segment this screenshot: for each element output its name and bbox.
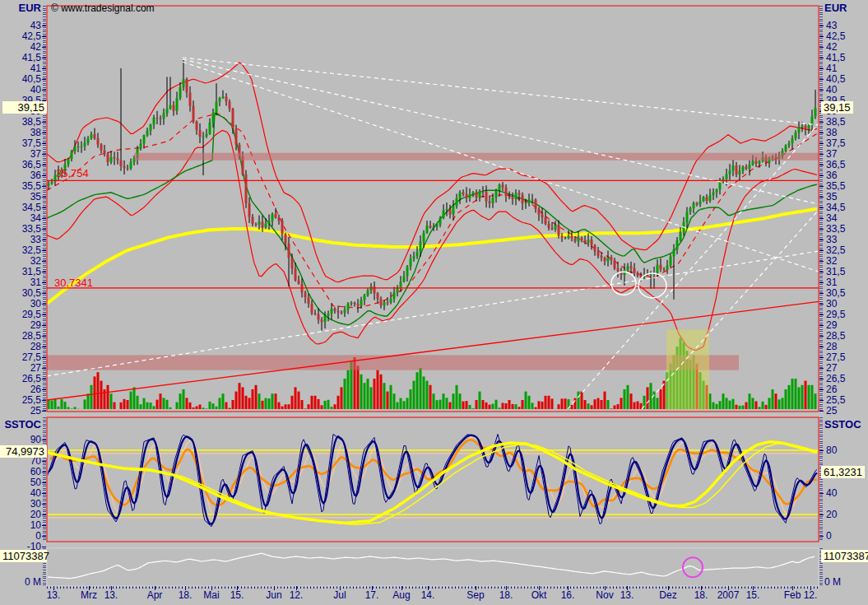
axis-tick-mark — [819, 536, 824, 537]
price-tick-left: 27,5 — [0, 352, 41, 362]
price-tick-right: 37 — [826, 149, 837, 159]
chart-canvas[interactable] — [0, 0, 868, 605]
axis-tick-mark — [42, 536, 46, 537]
price-tick-right: 40 — [826, 85, 837, 95]
axis-tick-mark — [819, 261, 824, 262]
x-axis-label: 14. — [411, 590, 444, 600]
x-axis-label: 18. — [490, 590, 522, 600]
price-tick-left: 35,5 — [0, 181, 41, 191]
axis-tick-mark — [42, 493, 46, 494]
axis-tick-mark — [42, 26, 46, 26]
sstoc-tick-right: 0 — [826, 531, 832, 541]
sstoc-tick-left: 90 — [0, 435, 41, 444]
x-axis-month-tick — [668, 586, 669, 590]
price-tick-right: 42,5 — [826, 31, 845, 41]
price-tick-left: 25 — [0, 406, 41, 416]
axis-tick-mark — [42, 440, 46, 440]
price-tick-left: 30 — [0, 299, 41, 309]
x-axis-month-tick — [627, 586, 628, 590]
x-axis-label: 12. — [794, 590, 827, 600]
x-axis-month-tick — [111, 586, 112, 590]
x-axis-month-tick — [155, 586, 155, 590]
price-tick-left: 34 — [0, 213, 41, 223]
price-tick-right: 32,5 — [826, 245, 845, 255]
axis-tick-mark — [42, 175, 46, 176]
price-axis-title-right: EUR — [824, 2, 847, 14]
price-tick-left: 37 — [0, 149, 41, 159]
x-axis-month-tick — [53, 586, 54, 590]
axis-tick-mark — [819, 79, 824, 80]
axis-tick-mark — [42, 368, 46, 369]
axis-tick-mark — [42, 154, 46, 155]
axis-tick-mark — [819, 186, 824, 187]
axis-tick-mark — [819, 47, 824, 48]
price-tick-right: 25 — [826, 406, 837, 416]
price-tick-right: 36 — [826, 170, 837, 180]
x-axis-label: 16. — [551, 590, 584, 600]
volume-value-label-right: 11073387 — [821, 550, 868, 562]
price-tick-right: 27 — [826, 363, 837, 373]
axis-tick-mark — [819, 379, 824, 379]
axis-tick-mark — [819, 400, 824, 401]
price-tick-right: 30 — [826, 299, 837, 309]
axis-tick-mark — [42, 472, 46, 472]
x-axis-label: 17. — [355, 590, 388, 600]
axis-tick-mark — [819, 314, 824, 315]
axis-tick-mark — [819, 368, 824, 369]
sstoc-axis-title-right: SSTOC — [824, 418, 861, 430]
tradesignal-chart-window: 434342,542,5424241,541,5414140,540,54040… — [0, 0, 868, 605]
price-tick-right: 26 — [826, 384, 837, 394]
price-tick-left: 36,5 — [0, 160, 41, 170]
price-tick-left: 33 — [0, 235, 41, 244]
axis-tick-mark — [42, 197, 46, 198]
axis-tick-mark — [42, 165, 46, 165]
axis-tick-mark — [42, 133, 46, 133]
axis-tick-mark — [819, 26, 824, 26]
axis-tick-mark — [819, 325, 824, 326]
price-tick-left: 29,5 — [0, 309, 41, 319]
sstoc-tick-left: 30 — [0, 499, 41, 509]
axis-tick-mark — [819, 304, 824, 305]
axis-tick-mark — [819, 240, 824, 240]
price-tick-left: 40 — [0, 85, 41, 95]
volume-zero-label-left: 0 M — [0, 576, 41, 588]
axis-tick-mark — [42, 411, 46, 412]
price-tick-right: 32 — [826, 256, 837, 266]
sstoc-tick-left: 60 — [0, 467, 41, 477]
price-tick-right: 34 — [826, 213, 837, 223]
price-tick-right: 36,5 — [826, 160, 845, 170]
sstoc-tick-right: 80 — [826, 445, 837, 455]
price-tick-right: 38 — [826, 128, 837, 137]
x-axis-label: 13. — [95, 590, 128, 600]
axis-tick-mark — [819, 357, 824, 358]
copyright-text: © www.tradesignal.com — [51, 2, 155, 14]
price-tick-right: 27,5 — [826, 352, 845, 362]
x-axis-month-tick — [701, 586, 702, 590]
price-tick-right: 34,5 — [826, 202, 845, 212]
price-tick-left: 29 — [0, 320, 41, 330]
x-axis-month-tick — [237, 586, 238, 590]
axis-tick-mark — [42, 461, 46, 462]
axis-tick-mark — [42, 282, 46, 283]
axis-tick-mark — [819, 218, 824, 219]
sstoc-axis-title-left: SSTOC — [0, 418, 41, 430]
price-tick-left: 37,5 — [0, 138, 41, 148]
axis-tick-mark — [42, 58, 46, 58]
price-tick-left: 38 — [0, 128, 41, 137]
price-tick-left: 41,5 — [0, 53, 41, 63]
axis-tick-mark — [819, 133, 824, 133]
x-axis-month-tick — [89, 586, 90, 590]
price-tick-left: 42 — [0, 42, 41, 52]
sstoc-tick-left: 20 — [0, 510, 41, 519]
price-tick-right: 42 — [826, 42, 837, 52]
sstoc-tick-left: 10 — [0, 520, 41, 530]
axis-tick-mark — [42, 379, 46, 379]
axis-tick-mark — [42, 143, 46, 144]
price-tick-left: 41 — [0, 63, 41, 73]
axis-tick-mark — [42, 79, 46, 80]
price-tick-left: 33,5 — [0, 224, 41, 234]
axis-tick-mark — [819, 411, 824, 412]
axis-tick-mark — [819, 347, 824, 347]
x-axis-month-tick — [568, 586, 569, 590]
axis-tick-mark — [42, 250, 46, 251]
